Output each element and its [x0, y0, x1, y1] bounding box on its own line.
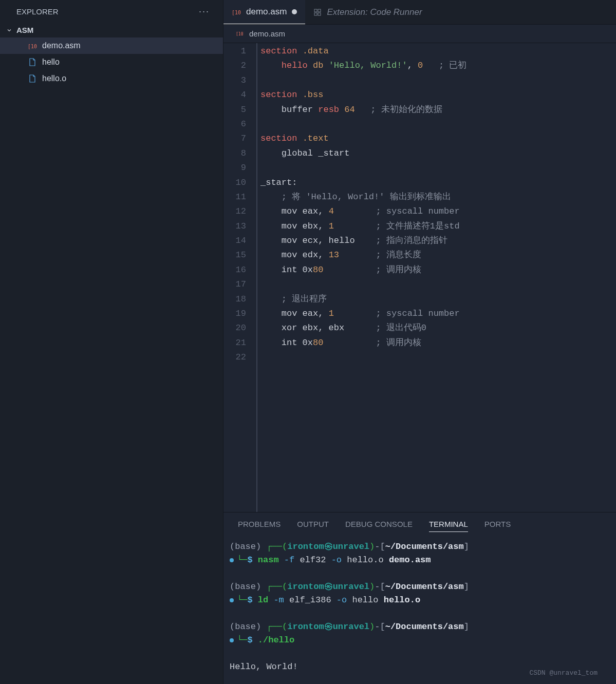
explorer-sidebar: EXPLORER ··· ASM [10]demo.asmhellohello.… [0, 0, 223, 684]
panel-tab-terminal[interactable]: TERMINAL [429, 520, 468, 532]
code-content[interactable]: section .data hello db 'Hello, World!', … [256, 43, 616, 512]
terminal-command-block: (base) ┌──(irontom㉿unravel)-[~/Documents… [230, 580, 602, 607]
svg-text:[10]: [10] [28, 44, 37, 49]
line-number: 16 [223, 263, 246, 277]
line-number: 21 [223, 336, 246, 350]
code-line: ; 退出程序 [260, 292, 616, 307]
terminal-command-line: └─$ ld -m elf_i386 -o hello hello.o [230, 594, 602, 607]
code-line: xor ebx, ebx ; 退出代码0 [260, 321, 616, 335]
explorer-title: EXPLORER [16, 7, 59, 16]
bottom-panel: PROBLEMSOUTPUTDEBUG CONSOLETERMINALPORTS… [223, 512, 616, 684]
svg-text:[10]: [10] [236, 32, 244, 36]
file-item-demo-asm[interactable]: [10]demo.asm [0, 37, 223, 54]
breadcrumb[interactable]: [10] demo.asm [223, 25, 616, 43]
prompt-bullet-icon [230, 638, 234, 642]
folder-toggle[interactable]: ASM [0, 23, 223, 37]
code-line: global _start [260, 146, 616, 161]
line-number: 11 [223, 190, 246, 204]
line-number: 4 [223, 88, 246, 102]
terminal-command-line: └─$ nasm -f elf32 -o hello.o demo.asm [230, 554, 602, 567]
terminal-command-line: └─$ ./hello [230, 634, 602, 647]
svg-text:[10]: [10] [232, 10, 241, 15]
explorer-more-icon[interactable]: ··· [195, 4, 214, 19]
panel-tabs: PROBLEMSOUTPUTDEBUG CONSOLETERMINALPORTS [223, 512, 616, 534]
line-gutter: 12345678910111213141516171819202122 [223, 43, 256, 512]
code-line [260, 350, 616, 365]
editor-main: [10] demo.asm Extension: Code Runner [10… [223, 0, 616, 684]
panel-tab-output[interactable]: OUTPUT [297, 520, 329, 532]
file-tree: [10]demo.asmhellohello.o [0, 37, 223, 87]
panel-tab-problems[interactable]: PROBLEMS [238, 520, 281, 532]
line-number: 9 [223, 161, 246, 175]
asm-icon: [10] [236, 30, 244, 38]
panel-tab-ports[interactable]: PORTS [484, 520, 511, 532]
folder-name: ASM [16, 26, 33, 34]
extension-icon [313, 8, 322, 16]
file-label: hello.o [42, 74, 66, 83]
file-label: hello [42, 58, 60, 67]
terminal-prompt-line: (base) ┌──(irontom㉿unravel)-[~/Documents… [230, 580, 602, 594]
terminal-prompt-line: (base) ┌──(irontom㉿unravel)-[~/Documents… [230, 620, 602, 634]
line-number: 15 [223, 248, 246, 262]
code-line: buffer resb 64 ; 未初始化的数据 [260, 103, 616, 117]
file-icon [28, 74, 37, 83]
line-number: 18 [223, 292, 246, 307]
editor-tabs: [10] demo.asm Extension: Code Runner [223, 0, 616, 25]
explorer-header: EXPLORER ··· [0, 0, 223, 23]
terminal-content[interactable]: (base) ┌──(irontom㉿unravel)-[~/Documents… [223, 534, 616, 684]
code-line [260, 117, 616, 131]
line-number: 17 [223, 277, 246, 292]
line-number: 2 [223, 59, 246, 73]
code-line [260, 73, 616, 88]
line-number: 22 [223, 350, 246, 365]
code-line [260, 277, 616, 292]
line-number: 12 [223, 204, 246, 219]
code-editor[interactable]: 12345678910111213141516171819202122 sect… [223, 43, 616, 512]
tab-extension-code-runner[interactable]: Extension: Code Runner [305, 0, 430, 24]
line-number: 10 [223, 176, 246, 190]
line-number: 7 [223, 131, 246, 146]
tab-demo-asm[interactable]: [10] demo.asm [223, 0, 305, 24]
tab-label: Extension: Code Runner [327, 7, 422, 17]
prompt-bullet-icon [230, 558, 234, 562]
chevron-down-icon [6, 27, 12, 33]
panel-tab-debug-console[interactable]: DEBUG CONSOLE [345, 520, 413, 532]
line-number: 20 [223, 321, 246, 335]
file-item-hello[interactable]: hello [0, 54, 223, 70]
prompt-bullet-icon [230, 598, 234, 602]
line-number: 8 [223, 146, 246, 161]
code-line: int 0x80 ; 调用内核 [260, 263, 616, 277]
terminal-prompt-line: (base) ┌──(irontom㉿unravel)-[~/Documents… [230, 540, 602, 554]
code-line: mov eax, 1 ; syscall number [260, 307, 616, 321]
svg-rect-3 [318, 9, 321, 12]
asm-icon: [10] [232, 7, 241, 16]
code-line: section .data [260, 44, 616, 59]
line-number: 6 [223, 117, 246, 131]
terminal-command-block: (base) ┌──(irontom㉿unravel)-[~/Documents… [230, 540, 602, 567]
svg-rect-4 [314, 13, 317, 15]
code-line: mov eax, 4 ; syscall number [260, 204, 616, 219]
code-line: hello db 'Hello, World!', 0 ; 已初 [260, 59, 616, 73]
watermark: CSDN @unravel_tom [529, 667, 598, 680]
code-line: mov edx, 13 ; 消息长度 [260, 248, 616, 262]
line-number: 13 [223, 219, 246, 234]
code-line [260, 161, 616, 175]
svg-rect-5 [318, 13, 321, 15]
line-number: 5 [223, 103, 246, 117]
line-number: 3 [223, 73, 246, 88]
line-number: 1 [223, 44, 246, 59]
tab-label: demo.asm [246, 7, 287, 17]
code-line: mov ecx, hello ; 指向消息的指针 [260, 234, 616, 248]
svg-rect-2 [314, 9, 317, 12]
file-label: demo.asm [42, 41, 81, 50]
breadcrumb-file: demo.asm [249, 29, 285, 38]
code-line: section .bss [260, 88, 616, 102]
code-line: mov ebx, 1 ; 文件描述符1是std [260, 219, 616, 234]
line-number: 19 [223, 307, 246, 321]
asm-icon: [10] [28, 41, 37, 50]
terminal-command-block: (base) ┌──(irontom㉿unravel)-[~/Documents… [230, 620, 602, 647]
code-line: _start: [260, 176, 616, 190]
code-line: section .text [260, 131, 616, 146]
file-item-hello-o[interactable]: hello.o [0, 70, 223, 87]
code-line: ; 将 'Hello, World!' 输出到标准输出 [260, 190, 616, 204]
